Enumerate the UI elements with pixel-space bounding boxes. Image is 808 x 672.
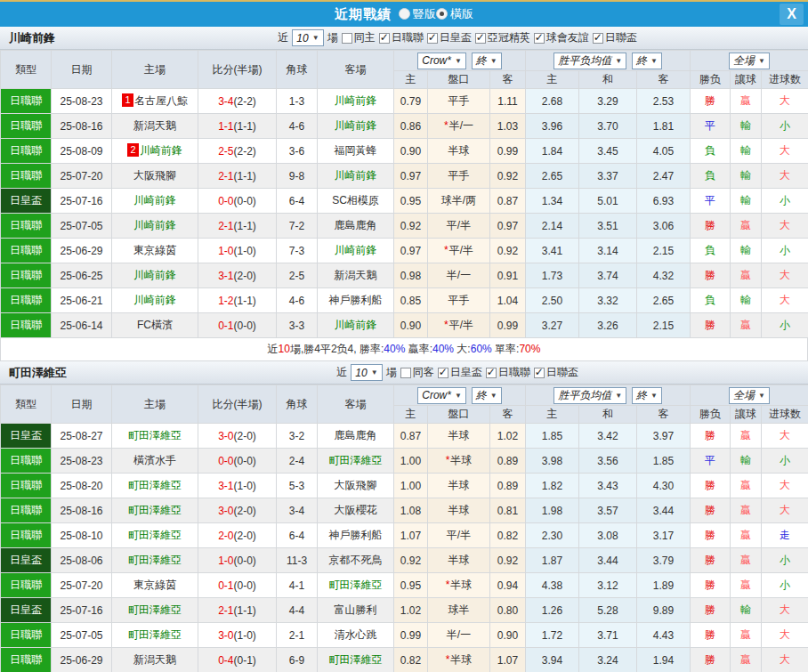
final-score: 2-1(1-1) xyxy=(198,164,277,189)
col-handicap: 盤口 xyxy=(428,71,490,89)
final-score: 0-0(0-0) xyxy=(198,449,277,474)
result-handicap: 輸 xyxy=(731,598,762,623)
odds-home: 1.02 xyxy=(394,598,428,623)
window-title: 近期戰績 xyxy=(335,6,392,23)
handicap: 半球 xyxy=(428,498,490,523)
odds-group-header: Crow* 終 xyxy=(394,51,526,71)
home-team: FC橫濱 xyxy=(112,313,198,338)
same-venue-label: 同主 xyxy=(354,30,376,45)
handicap: *半/一 xyxy=(428,114,490,139)
summary-segment: 大: xyxy=(454,343,471,355)
avg-away-odds: 3.79 xyxy=(637,548,691,573)
avg-away-odds: 3.17 xyxy=(637,523,691,548)
result-goals: 小 xyxy=(762,114,808,139)
away-team-name: 富山勝利 xyxy=(335,603,377,616)
home-team: 町田澤維亞 xyxy=(112,424,198,449)
layout-radio-horizontal[interactable]: 橫版 xyxy=(436,6,473,22)
avg-away-odds: 3.44 xyxy=(637,498,691,523)
final-score: 2-1(1-1) xyxy=(198,214,277,239)
same-venue-checkbox[interactable]: 同客 xyxy=(400,365,434,380)
match-date: 25-06-14 xyxy=(52,313,112,338)
halftime-score: (0-0) xyxy=(234,555,256,567)
layout-radios: 豎版橫版 xyxy=(399,6,473,23)
result-outcome: 平 xyxy=(691,114,731,139)
avg-final-select[interactable]: 終 xyxy=(632,387,662,404)
halftime-score: (2-2) xyxy=(234,95,256,108)
odds-final-select[interactable]: 終 xyxy=(472,53,502,69)
odds-source-select[interactable]: Crow* xyxy=(417,387,466,404)
avg-select[interactable]: 胜平负均值 xyxy=(553,387,626,404)
avg-final-select[interactable]: 終 xyxy=(632,53,662,69)
same-venue-checkbox[interactable]: 同主 xyxy=(342,30,376,45)
league-checkbox[interactable]: 球會友誼 xyxy=(534,30,589,45)
summary-bar: 近10場,勝4平2负4, 勝率:40% 贏率:40% 大:60% 單率:70% xyxy=(0,338,808,361)
close-button[interactable]: X xyxy=(780,4,804,25)
away-team: 清水心跳 xyxy=(318,623,394,648)
home-team-name: 新潟天鵝 xyxy=(133,119,176,132)
odds-final-value: 終 xyxy=(476,53,487,69)
home-team-name: 大阪飛腳 xyxy=(133,169,176,182)
fulltime-select[interactable]: 全場 xyxy=(729,387,770,404)
away-team: 大阪櫻花 xyxy=(318,498,394,523)
radio-icon xyxy=(436,8,448,20)
league-checkbox[interactable]: 日皇盃 xyxy=(438,365,482,380)
result-goals: 大 xyxy=(762,89,808,114)
final-score: 2-1(1-1) xyxy=(198,598,277,623)
halftime-score: (2-0) xyxy=(234,530,256,542)
fulltime-score: 2-5 xyxy=(218,145,233,158)
match-row: 日職聯 25-07-20 大阪飛腳 2-1(1-1) 9-8 川崎前鋒 0.97… xyxy=(1,164,808,189)
games-count-select[interactable]: 10 xyxy=(351,364,382,381)
league-checkbox[interactable]: 日皇盃 xyxy=(427,30,472,45)
odds-away: 0.89 xyxy=(490,474,526,498)
checkbox-icon xyxy=(486,368,497,378)
league-checkbox[interactable]: 日聯盃 xyxy=(534,365,578,380)
avg-away-odds: 2.65 xyxy=(637,288,691,313)
handicap-text: 半球 xyxy=(448,554,470,566)
result-outcome: 勝 xyxy=(691,548,731,573)
games-count-value: 10 xyxy=(296,32,308,45)
result-outcome: 勝 xyxy=(691,498,731,523)
league-checkbox[interactable]: 日職聯 xyxy=(486,365,530,380)
star-icon: * xyxy=(444,244,448,256)
handicap-text: 半球 xyxy=(450,454,472,466)
avg-select[interactable]: 胜平负均值 xyxy=(553,53,626,69)
handicap: 半球 xyxy=(428,474,490,498)
col-away: 客場 xyxy=(318,385,394,424)
fulltime-select[interactable]: 全場 xyxy=(729,53,770,69)
avg-draw-odds: 3.42 xyxy=(579,424,637,449)
league-checkbox[interactable]: 日職聯 xyxy=(379,30,424,45)
avg-select-value: 胜平负均值 xyxy=(558,53,611,69)
match-date: 25-08-23 xyxy=(52,449,112,474)
home-team: 東京綠茵 xyxy=(112,573,198,598)
avg-home-odds: 2.30 xyxy=(526,523,579,548)
away-team-name: 川崎前鋒 xyxy=(335,244,377,256)
games-count-select[interactable]: 10 xyxy=(292,29,323,46)
result-goals: 大 xyxy=(762,498,808,523)
result-handicap: 贏 xyxy=(731,623,762,648)
odds-home: 0.97 xyxy=(394,164,428,189)
handicap: *半球 xyxy=(428,648,490,672)
layout-radio-vertical[interactable]: 豎版 xyxy=(399,6,436,22)
halftime-score: (0-0) xyxy=(234,195,256,207)
col-odds-home: 主 xyxy=(394,71,428,89)
col-handicap: 盤口 xyxy=(428,406,490,424)
odds-source-value: Crow* xyxy=(422,389,451,401)
odds-source-select[interactable]: Crow* xyxy=(417,53,466,69)
away-team: 新潟天鵝 xyxy=(318,263,394,288)
home-team-name: 川崎前鋒 xyxy=(133,269,176,281)
league-checkbox[interactable]: 日聯盃 xyxy=(593,30,637,45)
result-outcome: 勝 xyxy=(691,623,731,648)
odds-final-select[interactable]: 終 xyxy=(472,387,502,404)
odds-home: 0.82 xyxy=(394,648,428,672)
avg-home-odds: 1.84 xyxy=(526,139,579,164)
final-score: 0-1(0-0) xyxy=(198,573,277,598)
avg-away-odds: 2.47 xyxy=(637,164,691,189)
corner-score: 3-2 xyxy=(277,424,318,449)
away-team-name: 鹿島鹿角 xyxy=(335,429,377,441)
match-row: 日職聯 25-06-21 川崎前鋒 1-2(1-1) 4-6 神戶勝利船 0.8… xyxy=(1,288,808,313)
col-avg-draw: 和 xyxy=(579,71,637,89)
final-score: 1-0(0-0) xyxy=(198,548,277,573)
league-checkbox[interactable]: 亞冠精英 xyxy=(475,30,530,45)
match-row: 日職聯 25-07-05 町田澤維亞 3-0(1-0) 2-1 清水心跳 0.9… xyxy=(1,623,808,648)
avg-draw-odds: 3.26 xyxy=(579,313,637,338)
